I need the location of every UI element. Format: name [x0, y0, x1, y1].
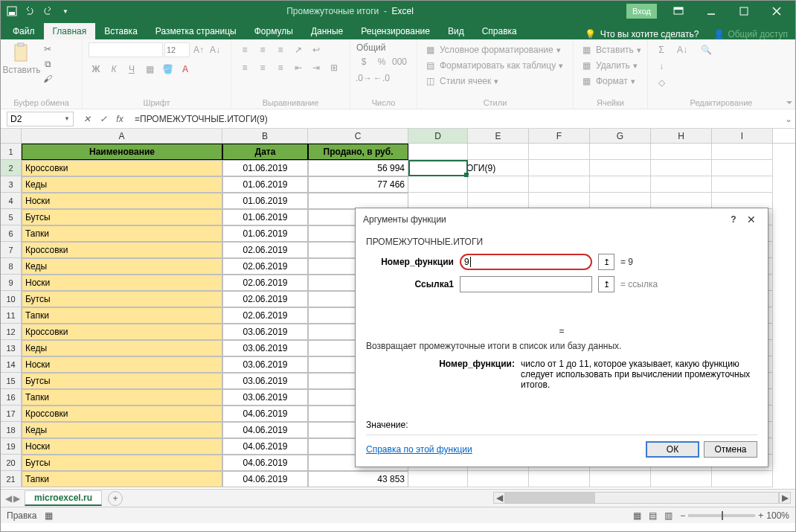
font-color-icon[interactable]: A [178, 62, 193, 77]
fill-icon[interactable]: ↓ [654, 59, 669, 74]
cell-name[interactable]: Бутсы [22, 373, 222, 389]
underline-button[interactable]: Ч [124, 62, 139, 77]
row-7[interactable]: 7 [1, 242, 22, 258]
cell-date[interactable]: 02.06.2019 [222, 291, 308, 307]
cell-name[interactable]: Кеды [22, 422, 222, 438]
insert-cells-button[interactable]: ▦Вставить ▾ [580, 42, 641, 57]
align-bot-icon[interactable]: ≡ [273, 42, 288, 57]
share-button[interactable]: 👤Общий доступ [706, 29, 795, 39]
tab-insert[interactable]: Вставка [95, 23, 147, 39]
tell-me[interactable]: 💡Что вы хотите сделать? [577, 29, 707, 39]
row-21[interactable]: 21 [1, 471, 22, 487]
tab-view[interactable]: Вид [439, 23, 473, 39]
align-left-icon[interactable]: ≡ [237, 60, 252, 75]
row-19[interactable]: 19 [1, 438, 22, 455]
row-5[interactable]: 5 [1, 209, 22, 225]
header-sold[interactable]: Продано, в руб. [308, 144, 408, 160]
col-G[interactable]: G [590, 129, 651, 143]
minimize-icon[interactable] [696, 1, 727, 22]
scroll-left-icon[interactable]: ◀ [493, 492, 505, 504]
ok-button[interactable]: ОК [646, 441, 699, 458]
tab-home[interactable]: Главная [44, 23, 96, 39]
cell-name[interactable]: Кроссовки [22, 242, 222, 258]
row-4[interactable]: 4 [1, 193, 22, 209]
format-cells-button[interactable]: ▦Формат ▾ [580, 74, 635, 89]
row-20[interactable]: 20 [1, 455, 22, 471]
find-icon[interactable]: 🔍 [696, 42, 716, 57]
cell-date[interactable]: 03.06.2019 [222, 340, 308, 356]
zoom-out-icon[interactable]: − [680, 510, 685, 521]
currency-icon[interactable]: $ [356, 54, 371, 69]
sheet-next-icon[interactable]: ▶ [13, 493, 20, 504]
cell-name[interactable]: Кеды [22, 340, 222, 356]
bold-button[interactable]: Ж [89, 62, 103, 77]
font-name-combo[interactable] [89, 42, 163, 57]
cell-styles-button[interactable]: ◫Стили ячеек ▾ [423, 74, 498, 89]
dialog-help-icon[interactable]: ? [725, 214, 742, 225]
tab-file[interactable]: Файл [4, 23, 44, 39]
row-9[interactable]: 9 [1, 275, 22, 291]
comma-icon[interactable]: 000 [392, 54, 407, 69]
increase-font-icon[interactable]: A↑ [191, 42, 206, 57]
row-17[interactable]: 17 [1, 406, 22, 422]
col-E[interactable]: E [468, 129, 529, 143]
cell-date[interactable]: 02.06.2019 [222, 242, 308, 258]
cancel-button[interactable]: Отмена [704, 441, 757, 458]
zoom-slider[interactable] [688, 514, 755, 517]
add-sheet-icon[interactable]: + [108, 491, 123, 506]
sheet-tab[interactable]: microexcel.ru [25, 490, 102, 506]
cell-name[interactable]: Бутсы [22, 209, 222, 225]
col-D[interactable]: D [408, 129, 468, 143]
ribbon-display-icon[interactable] [663, 1, 694, 22]
header-date[interactable]: Дата [222, 144, 308, 160]
row-11[interactable]: 11 [1, 307, 22, 324]
undo-icon[interactable] [22, 3, 38, 19]
align-top-icon[interactable]: ≡ [237, 42, 252, 57]
cell-date[interactable]: 02.06.2019 [222, 275, 308, 291]
cell-date[interactable]: 04.06.2019 [222, 455, 308, 471]
cell-value[interactable] [308, 193, 408, 209]
cell-name[interactable]: Кроссовки [22, 324, 222, 340]
arg1-range-picker-icon[interactable]: ↥ [598, 254, 614, 270]
row-15[interactable]: 15 [1, 373, 22, 389]
number-format-combo[interactable]: Общий [356, 42, 413, 53]
tab-help[interactable]: Справка [473, 23, 526, 39]
zoom-in-icon[interactable]: + [758, 510, 763, 521]
cell-name[interactable]: Тапки [22, 471, 222, 487]
cell-date[interactable]: 01.06.2019 [222, 225, 308, 242]
row-16[interactable]: 16 [1, 389, 22, 406]
merge-icon[interactable]: ⊞ [327, 60, 341, 75]
fill-color-icon[interactable]: 🪣 [160, 62, 175, 77]
macro-icon[interactable]: ▦ [45, 510, 53, 521]
zoom-control[interactable]: − + 100% [680, 510, 789, 521]
cell-name[interactable]: Носки [22, 356, 222, 373]
login-button[interactable]: Вход [626, 4, 657, 19]
zoom-value[interactable]: 100% [766, 510, 789, 521]
tab-formulas[interactable]: Формулы [245, 23, 302, 39]
cell-date[interactable]: 04.06.2019 [222, 406, 308, 422]
save-icon[interactable] [4, 3, 20, 19]
row-6[interactable]: 6 [1, 225, 22, 242]
view-normal-icon[interactable]: ▦ [633, 510, 641, 521]
conditional-format-button[interactable]: ▦Условное форматирование ▾ [423, 42, 561, 57]
clear-icon[interactable]: ◇ [654, 75, 669, 90]
arg1-input[interactable]: 9 [460, 254, 592, 270]
tab-review[interactable]: Рецензирование [352, 23, 439, 39]
expand-formula-icon[interactable]: ⌄ [782, 114, 795, 124]
cell-date[interactable]: 02.06.2019 [222, 258, 308, 275]
arg2-range-picker-icon[interactable]: ↥ [598, 276, 614, 292]
align-center-icon[interactable]: ≡ [255, 60, 270, 75]
chevron-down-icon[interactable]: ▼ [64, 115, 70, 122]
paste-button[interactable]: Вставить [7, 42, 36, 75]
sheet-prev-icon[interactable]: ◀ [5, 493, 12, 504]
cell-name[interactable]: Тапки [22, 225, 222, 242]
cell-date[interactable]: 01.06.2019 [222, 193, 308, 209]
cell-name[interactable]: Носки [22, 275, 222, 291]
cell-name[interactable]: Тапки [22, 307, 222, 324]
col-A[interactable]: A [22, 129, 222, 143]
row-10[interactable]: 10 [1, 291, 22, 307]
cut-icon[interactable]: ✂ [39, 42, 56, 56]
cell-name[interactable]: Тапки [22, 389, 222, 406]
cell-name[interactable]: Кеды [22, 176, 222, 193]
enter-formula-icon[interactable]: ✓ [96, 112, 111, 126]
